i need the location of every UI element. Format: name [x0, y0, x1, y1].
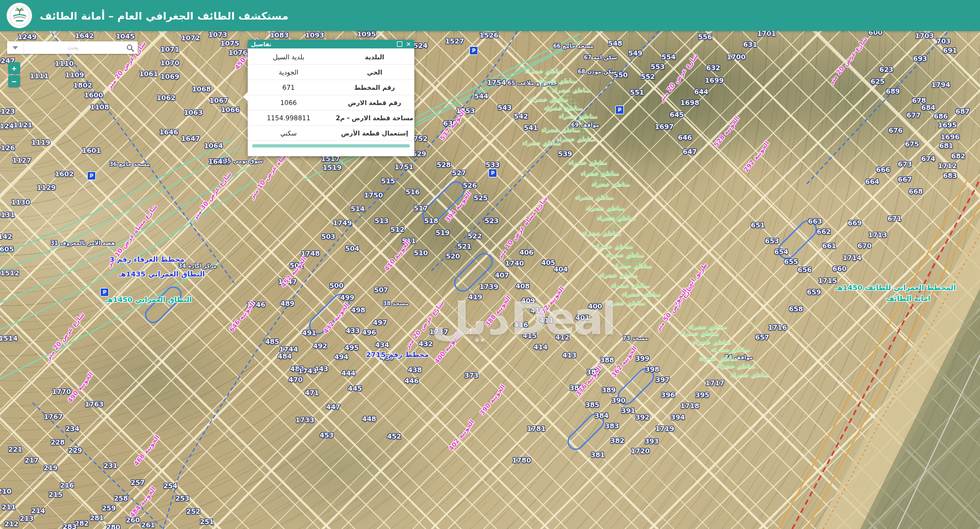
search-input[interactable]	[24, 41, 122, 54]
field-label: إستعمال قطعة الأرض	[329, 130, 414, 137]
field-value: 1066	[248, 99, 329, 107]
details-panel-header: تفاصيل ✕	[248, 40, 414, 48]
field-value: 671	[248, 84, 329, 91]
zoom-controls: + −	[8, 62, 20, 87]
search-options-dropdown[interactable]	[7, 41, 24, 54]
field-label: الحي	[329, 69, 414, 76]
details-row: سكنيإستعمال قطعة الأرض	[248, 126, 414, 141]
details-row: الجوديةالحي	[248, 65, 414, 80]
app-header: مستكشف الطائف الجغرافي العام – أمانة الط…	[0, 0, 980, 31]
close-icon[interactable]: ✕	[406, 41, 411, 47]
blue-dashed-lines	[33, 31, 947, 529]
blue-route-loops	[143, 179, 819, 452]
chevron-down-icon	[13, 46, 18, 50]
details-rows: بلدية السيلالبلديةالجوديةالحي671رقم المخ…	[248, 48, 414, 141]
details-row: 1154.998811مساحة قطعة الارض - م2	[248, 110, 414, 126]
panel-pointer-arrow	[243, 93, 248, 101]
details-panel-title: تفاصيل	[251, 41, 271, 47]
details-row: بلدية السيلالبلدية	[248, 50, 414, 65]
details-panel: تفاصيل ✕ بلدية السيلالبلديةالجوديةالحي67…	[248, 40, 414, 156]
field-value: 1154.998811	[248, 114, 329, 122]
page-title: مستكشف الطائف الجغرافي العام – أمانة الط…	[40, 10, 289, 22]
field-value: بلدية السيل	[248, 53, 329, 61]
details-row: 1066رقم قطعة الارض	[248, 95, 414, 110]
taif-municipality-logo	[7, 3, 32, 28]
search-icon	[126, 44, 134, 52]
field-value: سكني	[248, 130, 329, 137]
map-vector-overlay	[0, 0, 980, 529]
search-bar	[7, 41, 138, 54]
taif-geo-explorer-app: 1249164210451072107310751076108310931095…	[0, 0, 980, 529]
field-label: رقم المخطط	[329, 84, 414, 91]
search-button[interactable]	[122, 41, 138, 54]
panel-footer-space	[248, 147, 414, 156]
field-label: رقم قطعة الارض	[329, 99, 414, 107]
details-row: 671رقم المخطط	[248, 80, 414, 95]
vegetation-strip	[860, 288, 980, 529]
maximize-icon[interactable]	[397, 41, 402, 47]
field-label: مساحة قطعة الارض - م2	[329, 114, 414, 122]
green-area-polygons	[535, 70, 743, 374]
zoom-in-button[interactable]: +	[8, 62, 20, 74]
zoom-out-button[interactable]: −	[8, 75, 20, 87]
field-label: البلدية	[329, 53, 414, 61]
field-value: الجودية	[248, 69, 329, 76]
